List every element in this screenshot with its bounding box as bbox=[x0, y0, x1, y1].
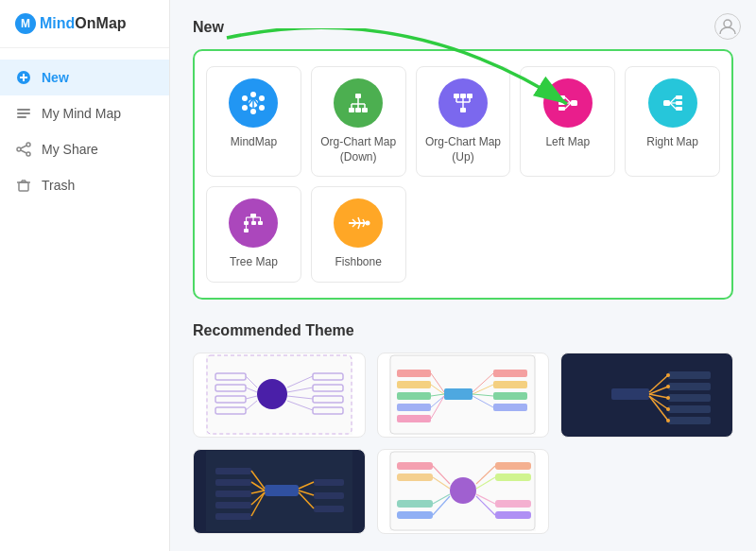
svg-rect-124 bbox=[668, 371, 711, 379]
plus-icon bbox=[15, 69, 32, 86]
map-item-right-map[interactable]: Right Map bbox=[625, 66, 720, 177]
svg-point-19 bbox=[250, 92, 256, 97]
svg-line-60 bbox=[670, 97, 676, 103]
svg-rect-56 bbox=[663, 100, 670, 106]
svg-point-83 bbox=[257, 379, 287, 409]
svg-rect-41 bbox=[460, 94, 466, 98]
svg-rect-40 bbox=[454, 94, 459, 98]
svg-rect-159 bbox=[397, 462, 433, 470]
svg-rect-59 bbox=[676, 107, 682, 111]
svg-point-138 bbox=[666, 419, 670, 422]
svg-rect-106 bbox=[397, 404, 431, 411]
svg-line-53 bbox=[565, 97, 571, 103]
svg-rect-123 bbox=[611, 388, 649, 400]
trash-icon bbox=[15, 177, 32, 194]
svg-rect-4 bbox=[17, 112, 30, 114]
svg-rect-105 bbox=[397, 392, 431, 400]
fishbone-icon bbox=[334, 198, 383, 248]
right-map-icon bbox=[648, 78, 697, 128]
user-avatar[interactable] bbox=[714, 13, 741, 40]
svg-rect-116 bbox=[493, 404, 527, 411]
tree-map-label: Tree Map bbox=[230, 255, 278, 270]
theme-item-2[interactable] bbox=[377, 353, 550, 438]
theme-item-4[interactable] bbox=[193, 449, 366, 534]
map-item-left-map[interactable]: Left Map bbox=[520, 66, 615, 177]
svg-rect-50 bbox=[558, 95, 565, 99]
svg-rect-67 bbox=[258, 221, 263, 225]
sidebar-item-trash[interactable]: Trash bbox=[0, 167, 169, 203]
svg-rect-104 bbox=[397, 381, 431, 388]
svg-rect-143 bbox=[215, 491, 251, 497]
svg-point-135 bbox=[666, 385, 670, 388]
map-item-org-chart-down[interactable]: Org-Chart Map(Down) bbox=[311, 66, 406, 177]
svg-rect-162 bbox=[397, 511, 433, 519]
theme-item-1[interactable] bbox=[193, 353, 366, 438]
svg-point-134 bbox=[666, 373, 670, 377]
svg-point-8 bbox=[26, 152, 30, 156]
svg-rect-5 bbox=[17, 116, 26, 118]
svg-rect-65 bbox=[244, 229, 249, 232]
svg-point-137 bbox=[666, 407, 670, 411]
svg-point-21 bbox=[259, 105, 265, 111]
map-item-mindmap[interactable]: MindMap bbox=[206, 66, 301, 177]
svg-point-158 bbox=[450, 477, 476, 504]
svg-rect-32 bbox=[349, 108, 354, 112]
sidebar-item-my-mind-map-label: My Mind Map bbox=[42, 106, 121, 121]
svg-rect-115 bbox=[493, 392, 527, 400]
map-item-fishbone[interactable]: Fishbone bbox=[311, 186, 406, 283]
map-item-org-chart-up[interactable]: Org-Chart Map (Up) bbox=[416, 66, 511, 177]
svg-line-62 bbox=[670, 103, 676, 109]
svg-point-7 bbox=[17, 147, 21, 151]
svg-rect-107 bbox=[397, 415, 431, 422]
svg-rect-57 bbox=[676, 95, 682, 99]
sidebar-item-new-label: New bbox=[42, 70, 69, 85]
recommended-theme-title: Recommended Theme bbox=[193, 322, 733, 339]
theme-grid bbox=[193, 353, 733, 534]
svg-rect-145 bbox=[215, 513, 251, 520]
svg-rect-114 bbox=[493, 381, 527, 388]
new-section-box: MindMap Org-Chart Map(Down) Org-Chart Ma… bbox=[193, 49, 733, 300]
map-item-tree-map[interactable]: Tree Map bbox=[206, 186, 301, 283]
theme-item-3[interactable] bbox=[560, 353, 733, 438]
svg-rect-63 bbox=[250, 214, 256, 217]
svg-rect-126 bbox=[668, 394, 711, 402]
left-map-icon bbox=[543, 78, 593, 128]
svg-rect-11 bbox=[19, 182, 28, 191]
main-content: New MindMap Org-Chart Map(Down) bbox=[170, 0, 756, 551]
svg-rect-127 bbox=[668, 405, 711, 413]
theme-preview-2 bbox=[378, 353, 549, 437]
org-chart-down-icon bbox=[334, 78, 383, 128]
sidebar-item-my-share[interactable]: My Share bbox=[0, 131, 169, 167]
svg-point-136 bbox=[666, 396, 670, 400]
theme-preview-1 bbox=[194, 353, 365, 437]
svg-point-24 bbox=[242, 95, 248, 101]
theme-item-5[interactable] bbox=[377, 449, 550, 534]
tree-map-icon bbox=[229, 198, 278, 248]
theme-preview-3 bbox=[561, 353, 732, 437]
svg-rect-34 bbox=[362, 108, 368, 112]
mindmap-icon bbox=[229, 78, 278, 128]
svg-rect-42 bbox=[467, 94, 472, 98]
svg-rect-52 bbox=[558, 107, 565, 111]
theme-preview-5 bbox=[378, 450, 549, 533]
svg-line-55 bbox=[565, 103, 571, 109]
svg-line-10 bbox=[21, 150, 26, 153]
right-map-label: Right Map bbox=[646, 135, 698, 150]
svg-rect-161 bbox=[397, 500, 433, 508]
sidebar-item-my-mind-map[interactable]: My Mind Map bbox=[0, 95, 169, 131]
sidebar-item-new[interactable]: New bbox=[0, 60, 169, 95]
org-chart-up-label: Org-Chart Map (Up) bbox=[424, 135, 503, 164]
svg-rect-144 bbox=[215, 502, 251, 508]
svg-rect-166 bbox=[495, 511, 531, 519]
svg-rect-152 bbox=[314, 492, 344, 499]
new-section-title: New bbox=[193, 19, 733, 36]
svg-point-20 bbox=[259, 95, 265, 101]
sidebar-item-trash-label: Trash bbox=[42, 178, 75, 193]
svg-rect-151 bbox=[314, 479, 344, 486]
svg-rect-128 bbox=[668, 417, 711, 424]
svg-rect-33 bbox=[355, 108, 361, 112]
svg-rect-153 bbox=[314, 506, 344, 512]
org-chart-up-icon bbox=[438, 78, 488, 128]
org-chart-down-label: Org-Chart Map(Down) bbox=[320, 135, 396, 164]
svg-rect-142 bbox=[215, 479, 251, 486]
